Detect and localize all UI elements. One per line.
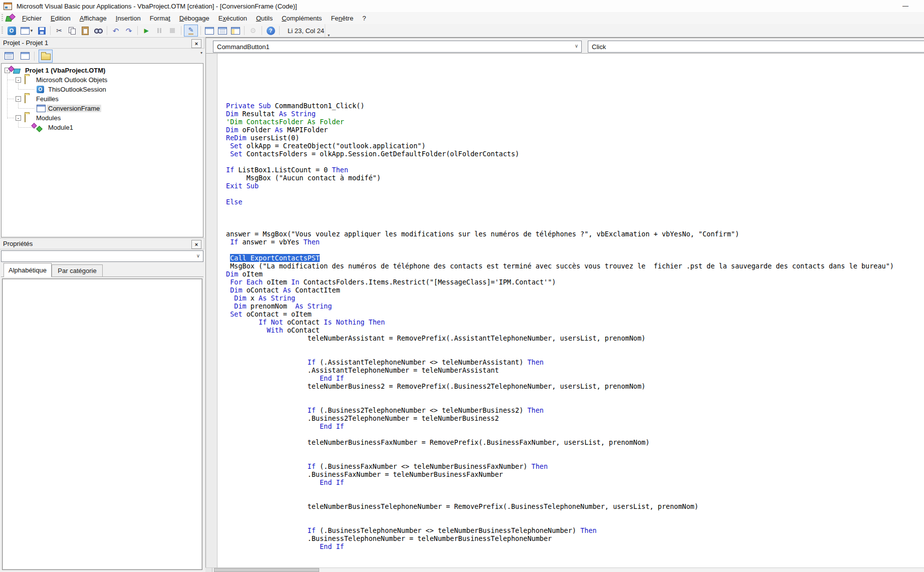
break-button[interactable]: [153, 25, 165, 36]
expand-collapse-icon[interactable]: -: [16, 77, 21, 83]
tree-item-module1[interactable]: Module1: [2, 123, 203, 132]
menu-item-format[interactable]: Format: [145, 13, 175, 24]
properties-window-icon: [218, 27, 227, 35]
view-object-button[interactable]: [18, 50, 32, 63]
outlook-icon: O: [37, 86, 44, 93]
menu-item-fentre[interactable]: Fenêtre: [326, 13, 358, 24]
expand-collapse-icon[interactable]: -: [16, 96, 21, 102]
properties-window-button[interactable]: [216, 25, 228, 36]
view-code-button[interactable]: [2, 50, 16, 63]
horizontal-scrollbar[interactable]: [205, 567, 924, 572]
tree-item-label[interactable]: Module1: [47, 124, 75, 131]
code-text[interactable]: Private Sub CommandButton1_Click()Dim Re…: [226, 78, 894, 568]
help-button[interactable]: ?: [265, 25, 277, 36]
redo-button[interactable]: ↷: [123, 25, 135, 36]
code-line: If (.BusinessTelephoneNumber <> teleNumb…: [226, 526, 894, 534]
chevron-down-icon[interactable]: ∨: [196, 253, 200, 258]
design-mode-button[interactable]: ✎: [184, 25, 198, 37]
code-editor[interactable]: Private Sub CommandButton1_Click()Dim Re…: [205, 53, 924, 568]
folder-icon: [25, 95, 26, 103]
object-dropdown[interactable]: CommandButton1 ∨: [213, 41, 582, 53]
copy-button[interactable]: [66, 25, 78, 36]
project-tree: -Projet 1 (VbaProject.OTM)-Microsoft Out…: [1, 63, 203, 237]
tab-alphabetic[interactable]: Alphabétique: [4, 263, 52, 277]
tree-item-label[interactable]: Feuilles: [35, 95, 60, 103]
tree-guide: [8, 80, 15, 80]
undo-button[interactable]: ↶: [110, 25, 122, 36]
properties-list[interactable]: [2, 278, 202, 570]
userform-icon: [21, 27, 30, 35]
menu-item-insertion[interactable]: Insertion: [111, 13, 145, 24]
menu-item-affichage[interactable]: Affichage: [75, 13, 111, 24]
minimize-button[interactable]: —: [895, 0, 916, 12]
toggle-folders-button[interactable]: [39, 50, 53, 63]
tree-item-label[interactable]: Microsoft Outlook Objets: [35, 76, 109, 84]
tab-categorized[interactable]: Par catégorie: [52, 264, 103, 277]
code-line: [226, 486, 894, 494]
dropdown-arrow-icon[interactable]: ▾: [31, 28, 33, 33]
toolbar-separator: [107, 26, 107, 35]
form-icon: [37, 105, 46, 112]
title-bar: Microsoft Visual Basic pour Applications…: [0, 0, 924, 13]
tree-item-label[interactable]: Modules: [35, 114, 62, 122]
project-explorer-button[interactable]: [203, 25, 215, 36]
close-icon[interactable]: ×: [191, 39, 201, 48]
chevron-down-icon[interactable]: ▾: [200, 52, 202, 54]
object-browser-button[interactable]: [229, 25, 242, 36]
margin-indicator-bar[interactable]: [206, 54, 217, 568]
find-button[interactable]: [92, 25, 104, 36]
menu-item-edition[interactable]: Edition: [46, 13, 75, 24]
toolbox-button[interactable]: ⚙: [247, 25, 259, 36]
menu-item-complments[interactable]: Compléments: [277, 13, 326, 24]
tree-item-projet-1-vbaproject-otm-[interactable]: -Projet 1 (VbaProject.OTM): [2, 66, 203, 75]
code-line: End If: [226, 374, 894, 382]
run-button[interactable]: ▶: [140, 25, 152, 36]
menu-item-outils[interactable]: Outils: [252, 13, 277, 24]
code-line: For Each oItem In ContactsFolders.Items.…: [226, 278, 894, 286]
toolbar-grip[interactable]: [2, 27, 3, 35]
outlook-icon: O: [8, 27, 16, 35]
expand-collapse-icon[interactable]: -: [16, 115, 21, 121]
code-line: [226, 206, 894, 214]
properties-object-selector[interactable]: ∨: [1, 250, 203, 262]
view-host-app-button[interactable]: O: [6, 25, 18, 36]
folder-icon: [25, 114, 26, 122]
code-line: .BusinessFaxNumber = teleNumberBusinessF…: [226, 470, 894, 478]
menu-item-fichier[interactable]: Fichier: [18, 13, 46, 24]
tree-item-conversionframe[interactable]: ConversionFrame: [2, 104, 203, 113]
scrollbar-thumb[interactable]: [214, 568, 319, 572]
tree-item-modules[interactable]: -Modules: [2, 113, 203, 123]
save-button[interactable]: [36, 25, 48, 36]
view-code-icon: [5, 52, 14, 60]
code-line: [226, 246, 894, 254]
selected-code: Call ExportContactsPST: [230, 254, 320, 262]
code-line: If (.Business2TelephoneNumber <> teleNum…: [226, 406, 894, 414]
menu-item-excution[interactable]: Exécution: [214, 13, 252, 24]
close-icon[interactable]: ×: [191, 240, 201, 249]
menu-item-?[interactable]: ?: [358, 13, 370, 24]
tree-item-microsoft-outlook-objets[interactable]: -Microsoft Outlook Objets: [2, 75, 203, 85]
chevron-down-icon[interactable]: ∨: [575, 43, 578, 49]
toolbar-options-button[interactable]: ▾: [325, 24, 332, 38]
insert-userform-button[interactable]: ▾: [19, 25, 35, 36]
tree-item-thisoutlooksession[interactable]: OThisOutlookSession: [2, 85, 203, 94]
code-line: ReDim usersList(0): [226, 134, 894, 142]
toolbar-grip[interactable]: [2, 14, 3, 22]
window-title: Microsoft Visual Basic pour Applications…: [17, 3, 297, 10]
tree-item-label[interactable]: Projet 1 (VbaProject.OTM): [24, 67, 107, 74]
cut-button[interactable]: ✂: [53, 25, 65, 36]
reset-button[interactable]: [166, 25, 178, 36]
tree-item-feuilles[interactable]: -Feuilles: [2, 94, 203, 104]
paste-button[interactable]: [79, 25, 91, 36]
event-dropdown[interactable]: Click: [588, 41, 924, 53]
tree-guide: [19, 89, 35, 90]
tree-item-label[interactable]: ConversionFrame: [47, 105, 101, 112]
code-line: answer = MsgBox("Vous voulez appliquer l…: [226, 230, 894, 238]
code-line: [226, 446, 894, 454]
split-handle[interactable]: [205, 568, 212, 572]
code-line: If ListBox1.ListCount = 0 Then: [226, 166, 894, 174]
toolbar-separator: [137, 26, 138, 35]
tree-item-label[interactable]: ThisOutlookSession: [47, 86, 108, 93]
menu-item-dbogage[interactable]: Débogage: [175, 13, 214, 24]
code-line: [226, 350, 894, 358]
